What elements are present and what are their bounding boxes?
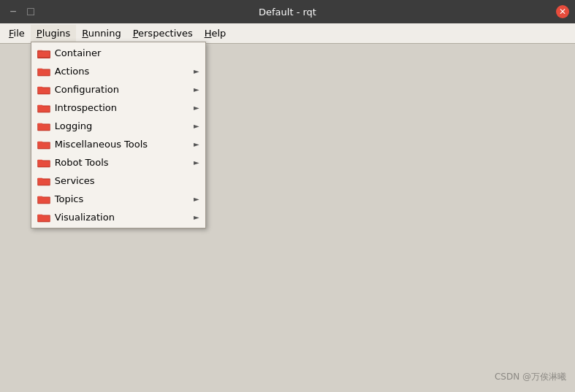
menu-help[interactable]: Help: [199, 25, 232, 42]
dropdown-item-misc-tools-label: Miscellaneous Tools: [55, 139, 148, 150]
folder-icon: [37, 158, 50, 168]
dropdown-item-configuration-label: Configuration: [55, 84, 119, 95]
svg-rect-6: [38, 69, 50, 75]
folder-icon: [37, 48, 50, 58]
svg-rect-30: [38, 215, 50, 221]
dropdown-item-misc-tools[interactable]: Miscellaneous Tools ►: [31, 135, 205, 153]
dropdown-item-container[interactable]: Container: [31, 44, 205, 62]
svg-rect-9: [38, 88, 50, 93]
dropdown-item-topics[interactable]: Topics ►: [31, 190, 205, 208]
arrow-icon: ►: [194, 104, 199, 112]
maximize-button[interactable]: □: [23, 4, 38, 19]
arrow-icon: ►: [194, 122, 199, 130]
menu-running-label: Running: [82, 28, 121, 39]
svg-rect-24: [38, 179, 50, 185]
svg-rect-27: [38, 197, 50, 203]
folder-icon: [37, 85, 50, 95]
watermark: CSDN @万俟淋曦: [495, 371, 566, 383]
svg-rect-3: [38, 51, 50, 57]
window-title: Default - rqt: [50, 7, 525, 18]
folder-icon: [37, 66, 50, 77]
arrow-icon: ►: [194, 67, 199, 75]
dropdown-item-visualization-label: Visualization: [55, 212, 115, 223]
dropdown-item-actions[interactable]: Actions ►: [31, 62, 205, 80]
menu-plugins-label: Plugins: [37, 28, 71, 39]
svg-rect-18: [38, 142, 50, 148]
dropdown-item-services[interactable]: Services: [31, 172, 205, 190]
menu-file-label: File: [9, 28, 25, 39]
menu-help-label: Help: [205, 28, 226, 39]
svg-rect-21: [38, 161, 50, 166]
folder-icon: [37, 139, 50, 150]
menu-file[interactable]: File: [3, 25, 31, 42]
dropdown-item-robot-tools-label: Robot Tools: [55, 157, 109, 168]
titlebar: − □ Default - rqt ✕: [0, 0, 575, 23]
dropdown-item-container-label: Container: [55, 47, 102, 58]
minimize-button[interactable]: −: [6, 4, 20, 19]
close-button[interactable]: ✕: [556, 5, 569, 18]
menu-perspectives[interactable]: Perspectives: [127, 25, 199, 42]
arrow-icon: ►: [194, 158, 199, 166]
dropdown-item-introspection[interactable]: Introspection ►: [31, 99, 205, 117]
arrow-icon: ►: [194, 140, 199, 148]
arrow-icon: ►: [194, 195, 199, 203]
arrow-icon: ►: [194, 213, 199, 221]
folder-icon: [37, 212, 50, 223]
svg-rect-12: [38, 106, 50, 112]
arrow-icon: ►: [194, 85, 199, 93]
plugins-dropdown: Container Actions ► Configuration ►: [31, 42, 206, 228]
svg-rect-15: [38, 124, 50, 130]
folder-icon: [37, 103, 50, 113]
dropdown-item-topics-label: Topics: [55, 193, 83, 204]
dropdown-item-introspection-label: Introspection: [55, 102, 117, 113]
menubar: File Plugins Container Actions: [0, 23, 575, 44]
dropdown-item-logging-label: Logging: [55, 120, 93, 131]
dropdown-item-services-label: Services: [55, 175, 95, 186]
folder-icon: [37, 194, 50, 204]
menu-plugins[interactable]: Plugins Container Actions ►: [31, 25, 77, 42]
dropdown-item-logging[interactable]: Logging ►: [31, 117, 205, 135]
dropdown-item-actions-label: Actions: [55, 66, 90, 77]
folder-icon: [37, 121, 50, 131]
dropdown-item-visualization[interactable]: Visualization ►: [31, 208, 205, 226]
menu-running[interactable]: Running: [76, 25, 126, 42]
dropdown-item-configuration[interactable]: Configuration ►: [31, 80, 205, 99]
dropdown-item-robot-tools[interactable]: Robot Tools ►: [31, 153, 205, 172]
menu-perspectives-label: Perspectives: [133, 28, 193, 39]
folder-icon: [37, 176, 50, 186]
